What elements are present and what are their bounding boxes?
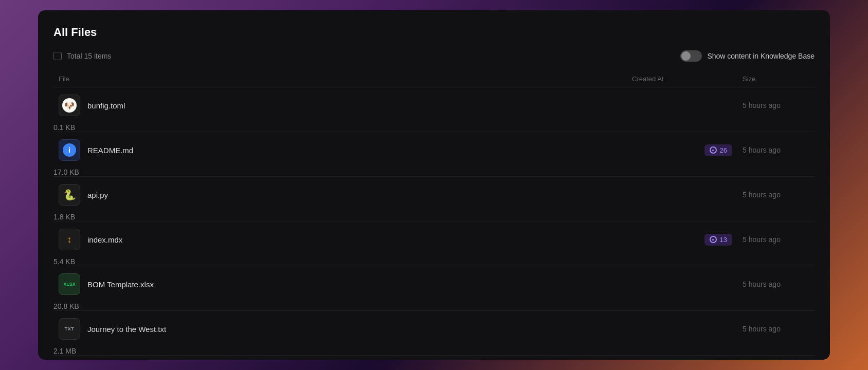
file-size: 0.1 KB bbox=[53, 123, 629, 132]
total-items-label: Total 15 items bbox=[67, 52, 111, 60]
badge-count: 26 bbox=[720, 146, 727, 154]
badge-count: 13 bbox=[720, 236, 727, 244]
badge-area: 26 bbox=[629, 144, 743, 156]
bun-emoji: 🐶 bbox=[64, 101, 75, 110]
mdx-arrows: ↕️ bbox=[67, 234, 72, 245]
file-icon-md: i bbox=[59, 139, 80, 161]
file-cell: PDF rbgzsab.pdf bbox=[53, 356, 629, 360]
file-size: 20.8 KB bbox=[53, 302, 629, 310]
file-icon-bunfig: 🐶 bbox=[59, 95, 80, 116]
file-size: 17.0 KB bbox=[53, 168, 629, 176]
badge-icon bbox=[710, 146, 717, 154]
panel-title: All Files bbox=[53, 26, 815, 39]
file-size: 2.1 MB bbox=[53, 347, 629, 355]
table-row[interactable]: 🐶 bunfig.toml 5 hours ago 0.1 KB bbox=[53, 87, 815, 132]
badge-area: 13 bbox=[629, 234, 743, 246]
txt-label: TXT bbox=[65, 326, 75, 331]
file-size: 5.4 KB bbox=[53, 257, 629, 266]
created-at: 5 hours ago bbox=[743, 146, 815, 154]
file-name: index.mdx bbox=[87, 235, 122, 244]
file-name: README.md bbox=[87, 146, 133, 155]
col-header-created: Created At bbox=[629, 75, 743, 83]
file-size: 1.8 KB bbox=[53, 213, 629, 221]
created-at: 5 hours ago bbox=[743, 191, 815, 199]
knowledge-base-toggle[interactable] bbox=[680, 50, 702, 62]
select-all-checkbox[interactable] bbox=[53, 52, 62, 60]
file-cell: i README.md bbox=[53, 132, 629, 168]
created-at: 5 hours ago bbox=[743, 325, 815, 333]
col-header-size: Size bbox=[743, 75, 815, 83]
file-name: bunfig.toml bbox=[87, 101, 125, 110]
file-icon-xlsx: XLSX bbox=[59, 273, 80, 295]
toolbar: Total 15 items Show content in Knowledge… bbox=[53, 50, 815, 62]
file-icon-txt: TXT bbox=[59, 318, 80, 340]
file-cell: ↕️ index.mdx bbox=[53, 221, 629, 257]
file-cell: TXT Journey to the West.txt bbox=[53, 311, 629, 347]
python-emoji: 🐍 bbox=[63, 189, 76, 201]
table-row[interactable]: XLSX BOM Template.xlsx 5 hours ago 20.8 … bbox=[53, 266, 815, 311]
knowledge-base-toggle-area: Show content in Knowledge Base bbox=[680, 50, 815, 62]
file-name: Journey to the West.txt bbox=[87, 325, 166, 334]
main-panel: All Files Total 15 items Show content in… bbox=[38, 10, 830, 360]
info-circle: i bbox=[63, 143, 76, 157]
created-at: 5 hours ago bbox=[743, 101, 815, 109]
file-name: api.py bbox=[87, 191, 108, 199]
table-header: File Created At Size bbox=[53, 71, 815, 87]
knowledge-badge: 26 bbox=[704, 144, 732, 156]
created-at: 5 hours ago bbox=[743, 280, 815, 288]
created-at: 5 hours ago bbox=[743, 235, 815, 244]
table-row[interactable]: 🐍 api.py 5 hours ago 1.8 KB bbox=[53, 177, 815, 221]
file-cell: 🐍 api.py bbox=[53, 177, 629, 213]
file-cell: XLSX BOM Template.xlsx bbox=[53, 266, 629, 302]
col-header-file: File bbox=[53, 75, 629, 83]
file-name: BOM Template.xlsx bbox=[87, 280, 154, 289]
xlsx-label: XLSX bbox=[63, 282, 76, 287]
knowledge-badge: 13 bbox=[704, 234, 732, 246]
table-row[interactable]: ↕️ index.mdx 13 5 hours ago 5.4 KB bbox=[53, 221, 815, 266]
knowledge-base-toggle-label: Show content in Knowledge Base bbox=[707, 52, 815, 60]
table-row[interactable]: PDF rbgzsab.pdf 3 2 days ago 477.7 KB bbox=[53, 356, 815, 360]
file-icon-mdx: ↕️ bbox=[59, 229, 80, 250]
file-icon-py: 🐍 bbox=[59, 184, 80, 206]
table-body: 🐶 bunfig.toml 5 hours ago 0.1 KB i READM… bbox=[53, 87, 815, 360]
table-row[interactable]: TXT Journey to the West.txt 5 hours ago … bbox=[53, 311, 815, 356]
table-row[interactable]: i README.md 26 5 hours ago 17.0 KB bbox=[53, 132, 815, 177]
file-cell: 🐶 bunfig.toml bbox=[53, 87, 629, 123]
total-items-area: Total 15 items bbox=[53, 52, 111, 60]
badge-icon bbox=[710, 236, 717, 243]
